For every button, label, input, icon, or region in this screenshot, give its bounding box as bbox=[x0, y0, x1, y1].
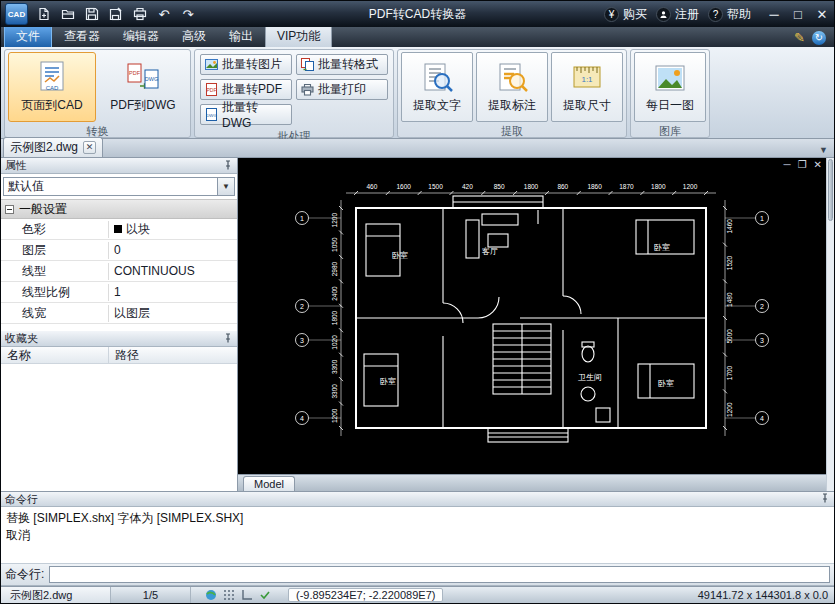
favorites-list[interactable] bbox=[1, 364, 237, 491]
svg-text:1460: 1460 bbox=[726, 219, 733, 234]
close-tab-button[interactable]: ✕ bbox=[83, 141, 96, 154]
favorites-panel: 收藏夹 名称 路径 bbox=[1, 331, 237, 491]
undo-icon: ↶ bbox=[159, 7, 170, 22]
svg-text:2400: 2400 bbox=[331, 286, 338, 301]
svg-text:1800: 1800 bbox=[524, 183, 539, 190]
tab-file[interactable]: 文件 bbox=[4, 25, 52, 47]
update-icon[interactable]: ↻ bbox=[812, 31, 826, 45]
svg-text:1500: 1500 bbox=[428, 183, 443, 190]
chevron-down-icon[interactable]: ▼ bbox=[815, 145, 832, 157]
minimize-button[interactable]: ─ bbox=[766, 7, 782, 22]
command-input-row: 命令行: bbox=[1, 564, 834, 586]
pin-icon[interactable] bbox=[820, 493, 830, 505]
tab-viewer[interactable]: 查看器 bbox=[53, 26, 111, 47]
register-button[interactable]: 注册 bbox=[656, 6, 699, 23]
save-as-icon bbox=[109, 7, 123, 21]
inner-restore-button[interactable]: ❐ bbox=[798, 159, 807, 170]
extract-text-label: 提取文字 bbox=[413, 97, 461, 114]
grid-icon[interactable] bbox=[223, 589, 235, 601]
pdf-icon: PDF bbox=[205, 83, 218, 96]
extract-annotation-button[interactable]: 提取标注 bbox=[476, 52, 548, 122]
pin-icon[interactable] bbox=[223, 160, 233, 172]
batch-to-pdf-button[interactable]: PDF 批量转PDF bbox=[200, 79, 292, 100]
svg-text:860: 860 bbox=[557, 183, 568, 190]
print-button[interactable] bbox=[129, 4, 151, 24]
property-row-linetype[interactable]: 线型 CONTINUOUS bbox=[1, 261, 237, 282]
extract-dimension-button[interactable]: 1:1 提取尺寸 bbox=[551, 52, 623, 122]
command-prompt-label: 命令行: bbox=[5, 566, 44, 583]
globe-icon[interactable] bbox=[205, 589, 217, 601]
collapse-icon[interactable] bbox=[5, 205, 14, 214]
batch-to-image-button[interactable]: 批量转图片 bbox=[200, 54, 292, 75]
svg-text:1050: 1050 bbox=[331, 237, 338, 252]
extract-text-icon bbox=[420, 61, 454, 95]
buy-button[interactable]: ¥ 购买 bbox=[604, 6, 647, 23]
new-document-icon bbox=[37, 7, 51, 21]
svg-text:1800: 1800 bbox=[651, 183, 666, 190]
new-document-button[interactable] bbox=[33, 4, 55, 24]
tab-output[interactable]: 输出 bbox=[218, 26, 264, 47]
open-button[interactable] bbox=[57, 4, 79, 24]
column-path[interactable]: 路径 bbox=[109, 347, 139, 363]
osnap-icon[interactable] bbox=[259, 589, 271, 601]
batch-to-image-label: 批量转图片 bbox=[222, 56, 282, 73]
convert-format-icon bbox=[301, 58, 314, 71]
batch-print-label: 批量打印 bbox=[318, 81, 366, 98]
favorites-title: 收藏夹 bbox=[5, 331, 38, 346]
tab-advanced[interactable]: 高级 bbox=[171, 26, 217, 47]
svg-text:460: 460 bbox=[366, 183, 377, 190]
batch-to-pdf-label: 批量转PDF bbox=[222, 81, 282, 98]
extract-text-button[interactable]: 提取文字 bbox=[401, 52, 473, 122]
property-row-layer[interactable]: 图层 0 bbox=[1, 240, 237, 261]
batch-print-button[interactable]: 批量打印 bbox=[296, 79, 388, 100]
daily-image-button[interactable]: 每日一图 bbox=[634, 52, 706, 122]
property-row-linetype-scale[interactable]: 线型比例 1 bbox=[1, 282, 237, 303]
cad-canvas[interactable]: ─ ❐ ✕ bbox=[238, 158, 826, 474]
page-to-cad-button[interactable]: CAD 页面到CAD bbox=[8, 52, 96, 122]
ribbon-tabs: 文件 查看器 编辑器 高级 输出 VIP功能 ✎ ↻ bbox=[1, 27, 834, 47]
vertical-scrollbar[interactable] bbox=[826, 158, 834, 491]
redo-button[interactable]: ↷ bbox=[177, 4, 199, 24]
help-button[interactable]: ? 帮助 bbox=[708, 6, 751, 23]
open-folder-icon bbox=[61, 7, 75, 21]
svg-text:1700: 1700 bbox=[726, 365, 733, 380]
model-tab[interactable]: Model bbox=[243, 476, 295, 491]
command-history[interactable]: 替换 [SIMPLEX.shx] 字体为 [SIMPLEX.SHX] 取消 bbox=[1, 507, 834, 564]
tab-editor[interactable]: 编辑器 bbox=[112, 26, 170, 47]
inner-close-button[interactable]: ✕ bbox=[814, 159, 822, 170]
status-file-tab[interactable]: 示例图2.dwg bbox=[1, 587, 111, 603]
save-as-button[interactable] bbox=[105, 4, 127, 24]
dropdown-arrow-icon[interactable]: ▼ bbox=[217, 178, 234, 195]
pin-icon[interactable] bbox=[223, 333, 233, 345]
tab-vip[interactable]: VIP功能 bbox=[265, 25, 332, 47]
svg-text:卧室: 卧室 bbox=[658, 379, 674, 388]
batch-convert-format-button[interactable]: 批量转格式 bbox=[296, 54, 388, 75]
property-group-row[interactable]: 一般设置 bbox=[1, 199, 237, 219]
batch-to-dwg-button[interactable]: DWG 批量转DWG bbox=[200, 104, 292, 125]
batch-convert-format-label: 批量转格式 bbox=[318, 56, 378, 73]
inner-minimize-button[interactable]: ─ bbox=[784, 159, 791, 170]
properties-header: 属性 bbox=[1, 158, 237, 174]
scrollbar-thumb[interactable] bbox=[828, 159, 833, 221]
preset-dropdown[interactable]: 默认值 ▼ bbox=[3, 177, 235, 196]
svg-text:客厅: 客厅 bbox=[482, 247, 498, 256]
svg-text:1200: 1200 bbox=[683, 183, 698, 190]
undo-button[interactable]: ↶ bbox=[153, 4, 175, 24]
save-button[interactable] bbox=[81, 4, 103, 24]
svg-text:1: 1 bbox=[300, 215, 304, 222]
document-tab[interactable]: 示例图2.dwg ✕ bbox=[3, 137, 103, 157]
axis-icon[interactable] bbox=[241, 589, 253, 601]
command-input[interactable] bbox=[49, 566, 830, 583]
properties-title: 属性 bbox=[5, 158, 27, 173]
pen-icon[interactable]: ✎ bbox=[794, 30, 805, 45]
property-row-color[interactable]: 色彩 以块 bbox=[1, 219, 237, 240]
ribbon-group-convert: CAD 页面到CAD PDFDWG PDF到DWG 转换 bbox=[4, 49, 191, 138]
maximize-button[interactable]: □ bbox=[790, 7, 806, 22]
property-row-lineweight[interactable]: 线宽 以图层 bbox=[1, 303, 237, 324]
svg-text:420: 420 bbox=[462, 183, 473, 190]
pdf-to-dwg-button[interactable]: PDFDWG PDF到DWG bbox=[99, 52, 187, 122]
column-name[interactable]: 名称 bbox=[1, 347, 109, 363]
print-icon bbox=[133, 7, 147, 21]
user-icon bbox=[656, 7, 671, 22]
close-button[interactable]: ✕ bbox=[814, 7, 830, 22]
